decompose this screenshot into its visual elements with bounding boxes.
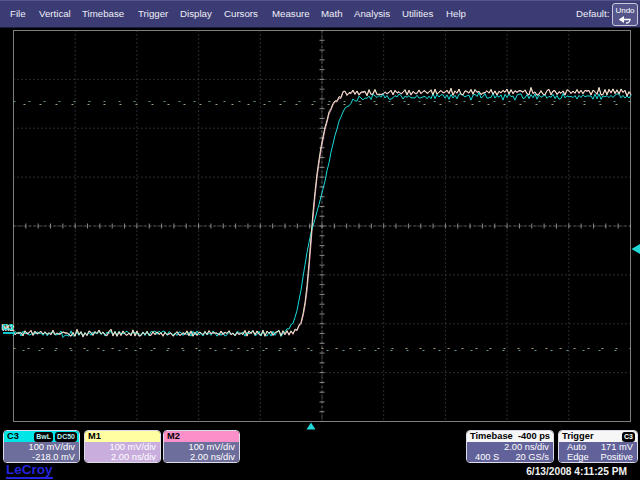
svg-text:C3: C3 xyxy=(2,322,14,332)
